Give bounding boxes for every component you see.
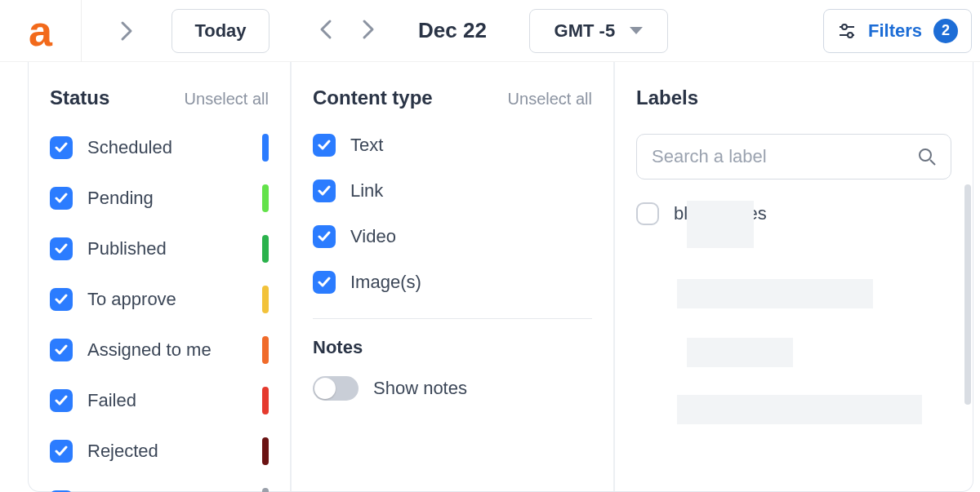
chevron-right-icon — [119, 20, 134, 42]
chevron-down-icon — [630, 27, 643, 34]
content-type-option-label: Link — [350, 180, 592, 202]
content-type-option-label: Text — [350, 135, 592, 156]
status-color-bar — [262, 488, 269, 492]
checkbox[interactable] — [50, 187, 73, 210]
filters-label: Filters — [868, 20, 922, 42]
status-option[interactable]: Pending — [50, 184, 269, 212]
checkbox[interactable] — [636, 202, 659, 225]
status-option-label: Rejected — [87, 441, 247, 462]
status-column: Status Unselect all ScheduledPendingPubl… — [29, 62, 292, 491]
today-button[interactable]: Today — [172, 9, 270, 53]
prev-day-button[interactable] — [318, 18, 333, 44]
status-option-label: Pending — [87, 188, 247, 209]
logo[interactable]: a — [0, 0, 82, 62]
content-type-title: Content type — [313, 86, 433, 109]
content-type-option[interactable]: Video — [313, 225, 592, 248]
checkbox[interactable] — [50, 237, 73, 260]
status-option-label: To approve — [87, 289, 247, 310]
status-color-bar — [262, 286, 269, 313]
status-option-label: Failed — [87, 390, 247, 411]
status-color-bar — [262, 437, 269, 465]
checkbox[interactable] — [313, 134, 336, 157]
content-type-option-label: Video — [350, 226, 592, 247]
content-type-option[interactable]: Text — [313, 134, 592, 157]
status-option[interactable]: Assigned to me — [50, 336, 269, 364]
next-day-button[interactable] — [361, 18, 376, 44]
status-option[interactable]: Draft — [50, 488, 269, 492]
divider — [313, 318, 592, 319]
checkbox[interactable] — [313, 180, 336, 202]
timezone-label: GMT -5 — [555, 20, 616, 42]
status-color-bar — [262, 387, 269, 414]
label-search[interactable] — [636, 134, 951, 180]
status-color-bar — [262, 235, 269, 263]
labels-title: Labels — [636, 86, 698, 109]
checkbox[interactable] — [50, 389, 73, 412]
timezone-select[interactable]: GMT -5 — [529, 9, 668, 53]
svg-point-4 — [920, 149, 931, 161]
current-date: Dec 22 — [418, 18, 487, 43]
status-color-bar — [262, 134, 269, 162]
checkbox[interactable] — [50, 440, 73, 463]
show-notes-label: Show notes — [373, 378, 467, 399]
status-option-label: Assigned to me — [87, 339, 247, 361]
status-option-label: Published — [87, 238, 247, 259]
date-nav — [318, 18, 376, 44]
status-option[interactable]: Published — [50, 235, 269, 263]
content-type-unselect-all[interactable]: Unselect all — [508, 90, 592, 109]
show-notes-toggle[interactable] — [313, 376, 359, 401]
status-option[interactable]: Failed — [50, 387, 269, 414]
svg-point-3 — [848, 33, 853, 38]
status-color-bar — [262, 336, 269, 364]
sidebar-expand[interactable] — [82, 20, 172, 42]
checkbox[interactable] — [313, 225, 336, 248]
status-option[interactable]: Scheduled — [50, 134, 269, 162]
status-option[interactable]: To approve — [50, 286, 269, 313]
content-type-option[interactable]: Link — [313, 180, 592, 202]
content-type-column: Content type Unselect all TextLinkVideoI… — [292, 62, 615, 491]
filters-panel: Status Unselect all ScheduledPendingPubl… — [28, 62, 973, 492]
show-notes-row: Show notes — [313, 376, 592, 401]
checkbox[interactable] — [50, 136, 73, 159]
status-option-label: Scheduled — [87, 137, 247, 158]
status-color-bar — [262, 184, 269, 212]
svg-line-5 — [930, 160, 935, 165]
label-search-input[interactable] — [652, 146, 918, 167]
labels-column: Labels blog shares — [615, 62, 973, 491]
label-option[interactable]: blog shares — [636, 202, 951, 225]
sliders-icon — [837, 21, 857, 41]
notes-title: Notes — [313, 337, 592, 358]
top-bar: a Today Dec 22 GMT -5 Filters 2 — [0, 0, 980, 62]
content-type-option[interactable]: Image(s) — [313, 271, 592, 294]
status-option[interactable]: Rejected — [50, 437, 269, 465]
filters-count-badge: 2 — [933, 19, 958, 43]
filters-button[interactable]: Filters 2 — [823, 9, 972, 53]
checkbox[interactable] — [313, 271, 336, 294]
svg-point-1 — [842, 24, 847, 29]
status-title: Status — [50, 86, 109, 109]
search-icon — [918, 148, 936, 166]
checkbox[interactable] — [50, 288, 73, 311]
chevron-left-icon — [318, 18, 333, 41]
content-type-option-label: Image(s) — [350, 272, 592, 293]
status-unselect-all[interactable]: Unselect all — [185, 90, 269, 109]
checkbox[interactable] — [50, 339, 73, 361]
chevron-right-icon — [361, 18, 376, 41]
